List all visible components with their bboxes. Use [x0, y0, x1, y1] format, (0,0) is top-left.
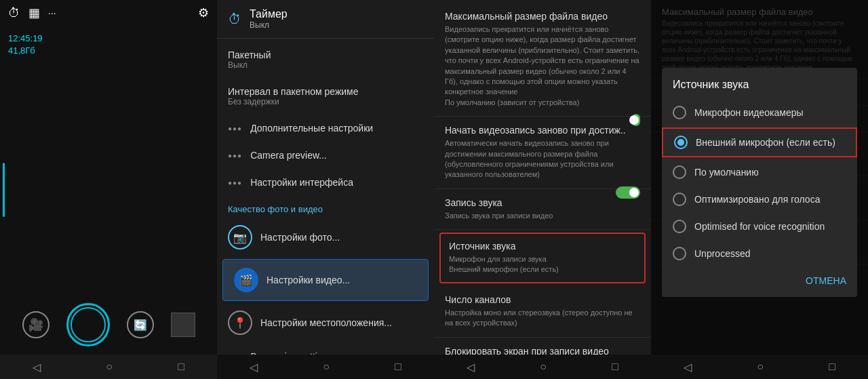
dialog-option-voicerec-text: Optimised for voice recognition	[694, 221, 825, 232]
dialog-option-unprocessed-text: Unprocessed	[694, 248, 751, 259]
detail-nav-back[interactable]: ◁	[467, 361, 475, 374]
detail-item-max-size-desc: Видеозапись прекратится или начнётся зан…	[445, 24, 640, 108]
settings-item-photo[interactable]: 📷 Настройки фото...	[217, 217, 434, 258]
detail-nav-home[interactable]: ○	[540, 361, 547, 373]
dialog-option-voice[interactable]: Оптимизировано для голоса	[662, 186, 857, 213]
nav-back-icon[interactable]: ◁	[33, 361, 41, 374]
audio-source-dialog: Источник звука Микрофон видеокамеры Внеш…	[662, 68, 857, 297]
settings-item-interval[interactable]: Интервал в пакетном режиме Без задержки	[217, 78, 434, 115]
dialog-option-cammic[interactable]: Микрофон видеокамеры	[662, 99, 857, 126]
camera-controls: 🎥 🔄	[0, 298, 217, 352]
capture-button-inner	[71, 307, 106, 342]
radio-voicerec	[673, 220, 686, 233]
detail-item-audio-title: Запись звука	[445, 197, 553, 208]
dialog-option-voice-text: Оптимизировано для голоса	[694, 194, 820, 205]
detail-item-restart[interactable]: Начать видеозапись заново при достиж.. А…	[434, 117, 651, 189]
dialog-cancel-button[interactable]: ОТМЕНА	[662, 270, 857, 292]
settings-panel: ⏱ Таймер Выкл Пакетный Выкл Интервал в п…	[217, 0, 434, 379]
settings-nav-back[interactable]: ◁	[250, 361, 258, 374]
camera-time: 12:45:19	[8, 33, 43, 45]
settings-header: ⏱ Таймер Выкл	[217, 0, 434, 39]
detail-item-audio-source[interactable]: Источник звука Микрофон для записи звука…	[439, 233, 646, 283]
settings-item-location[interactable]: 📍 Настройки местоположения...	[217, 302, 434, 343]
detail-item-max-size[interactable]: Максимальный размер файла видео Видеозап…	[434, 3, 651, 117]
edit-icon[interactable]: ▦	[28, 5, 40, 20]
overlay-nav-back[interactable]: ◁	[684, 361, 692, 374]
dots-icon-extra: ●●●	[228, 125, 242, 132]
side-indicator	[3, 163, 5, 217]
settings-item-extra[interactable]: ●●● Дополнительные настройки	[217, 115, 434, 142]
dialog-title: Источник звука	[662, 79, 857, 99]
camera-nav-bar: ◁ ○ □	[0, 355, 217, 379]
radio-extmic	[674, 136, 688, 149]
settings-header-sub: Выкл	[250, 20, 288, 30]
preview-label: Camera preview...	[250, 150, 327, 161]
settings-icon[interactable]: ⚙	[198, 5, 209, 20]
audio-toggle[interactable]	[616, 186, 640, 199]
settings-header-title: Таймер	[250, 8, 288, 20]
detail-item-block-screen[interactable]: Блокировать экран при записи видео При з…	[434, 338, 651, 355]
photo-settings-label: Настройки фото...	[260, 232, 340, 243]
detail-item-restart-title: Начать видеозапись заново при достиж..	[445, 125, 632, 136]
detail-item-channels[interactable]: Число каналов Настройка моно или стереоз…	[434, 286, 651, 338]
restart-toggle[interactable]	[632, 114, 640, 126]
flip-camera-button[interactable]: 🔄	[127, 311, 154, 338]
dialog-option-default[interactable]: По умолчанию	[662, 159, 857, 186]
extra-label: Дополнительные настройки	[250, 123, 373, 134]
detail-item-audio-record[interactable]: Запись звука Запись звука при записи вид…	[434, 189, 651, 230]
settings-nav-recent[interactable]: □	[395, 361, 401, 373]
detail-list: Максимальный размер файла видео Видеозап…	[434, 0, 651, 355]
location-settings-icon: 📍	[228, 311, 252, 335]
dots-icon-preview: ●●●	[228, 152, 242, 159]
video-settings-icon: 🎬	[234, 268, 258, 292]
dialog-option-extmic-text: Внешний микрофон (если есть)	[696, 137, 835, 148]
radio-extmic-inner	[677, 139, 684, 146]
interface-label: Настройки интерфейса	[250, 177, 353, 188]
timer-icon[interactable]: ⏱	[8, 6, 20, 20]
nav-home-icon[interactable]: ○	[106, 361, 113, 373]
section-quality-label: Качество фото и видео	[217, 196, 434, 217]
settings-item-batch[interactable]: Пакетный Выкл	[217, 41, 434, 78]
capture-button[interactable]	[66, 303, 110, 346]
interval-sub: Без задержки	[228, 97, 359, 106]
detail-panel: Максимальный размер файла видео Видеозап…	[434, 0, 651, 379]
location-settings-label: Настройки местоположения...	[260, 317, 392, 328]
detail-nav-bar: ◁ ○ □	[434, 355, 651, 379]
dialog-option-unprocessed[interactable]: Unprocessed	[662, 240, 857, 267]
video-mode-button[interactable]: 🎥	[22, 311, 50, 338]
camera-storage: 41,8Гб	[8, 45, 43, 57]
dialog-option-extmic[interactable]: Внешний микрофон (если есть)	[662, 127, 857, 157]
radio-cammic	[673, 106, 686, 119]
detail-item-channels-desc: Настройка моно или стереозвука (стерео д…	[445, 308, 640, 329]
radio-unprocessed	[673, 247, 686, 260]
settings-item-video[interactable]: 🎬 Настройки видео...	[222, 259, 429, 301]
detail-item-audio-source-desc: Микрофон для записи звукаВнешний микрофо…	[449, 254, 636, 275]
camera-top-left: ⏱ ▦ ···	[8, 5, 56, 20]
settings-item-interface[interactable]: ●●● Настройки интерфейса	[217, 169, 434, 196]
batch-sub: Выкл	[228, 60, 271, 70]
detail-item-block-screen-title: Блокировать экран при записи видео	[445, 346, 640, 355]
more-icon[interactable]: ···	[48, 7, 56, 18]
dialog-option-cammic-text: Микрофон видеокамеры	[694, 107, 804, 118]
radio-default	[673, 165, 686, 179]
batch-label: Пакетный	[228, 49, 271, 60]
thumbnail[interactable]	[171, 313, 195, 337]
camera-status: 12:45:19 41,8Гб	[8, 33, 43, 57]
overlay-panel: Максимальный размер файла видео Видеозап…	[651, 0, 868, 379]
overlay-nav-recent[interactable]: □	[829, 361, 835, 373]
overlay-nav-home[interactable]: ○	[757, 361, 764, 373]
nav-recent-icon[interactable]: □	[178, 361, 184, 373]
detail-item-audio-source-title: Источник звука	[449, 241, 636, 252]
settings-nav-home[interactable]: ○	[323, 361, 330, 373]
overlay-nav-bar: ◁ ○ □	[651, 355, 868, 379]
detail-item-max-size-title: Максимальный размер файла видео	[445, 11, 640, 22]
photo-settings-icon: 📷	[228, 225, 252, 250]
interval-label: Интервал в пакетном режиме	[228, 86, 359, 97]
detail-item-restart-desc: Автоматически начать видеозапись заново …	[445, 138, 632, 180]
dialog-option-voicerec[interactable]: Optimised for voice recognition	[662, 213, 857, 240]
settings-item-processing[interactable]: ●●● Processing settings...	[217, 343, 434, 355]
settings-item-preview[interactable]: ●●● Camera preview...	[217, 142, 434, 169]
settings-list: Пакетный Выкл Интервал в пакетном режиме…	[217, 39, 434, 355]
detail-nav-recent[interactable]: □	[612, 361, 618, 373]
dots-icon-interface: ●●●	[228, 179, 242, 186]
